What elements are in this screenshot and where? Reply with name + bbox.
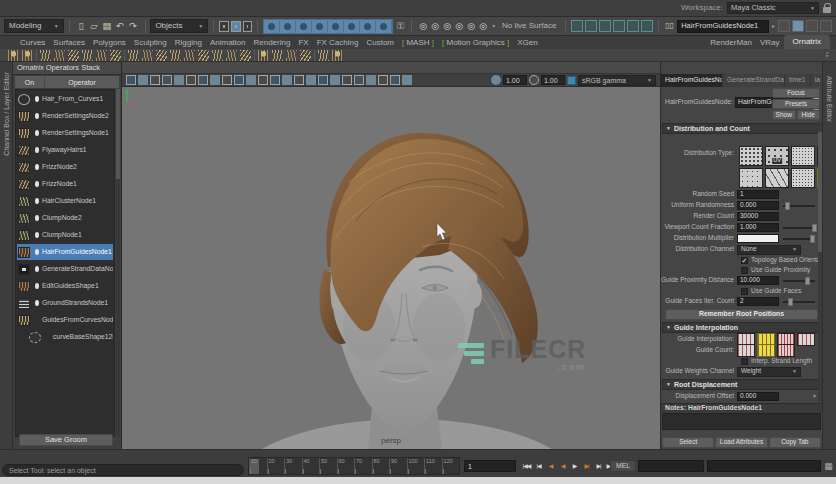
dist-type-per-vertex-thumb[interactable] xyxy=(739,146,763,166)
operator-enabled-toggle-icon[interactable] xyxy=(35,249,39,255)
menu-item[interactable] xyxy=(21,6,29,10)
menu-item[interactable] xyxy=(85,6,93,10)
distribution-channel-dropdown[interactable]: None▼ xyxy=(737,245,801,255)
column-on[interactable]: On xyxy=(15,76,45,88)
ornatrix-frizz-icon[interactable] xyxy=(128,50,139,61)
ornatrix-hair-from-guides-icon[interactable] xyxy=(272,50,283,61)
guide-count-2-thumb[interactable] xyxy=(737,344,755,357)
operator-row[interactable]: HairClusterNode1 xyxy=(17,193,113,209)
image-plane-icon[interactable] xyxy=(174,75,184,85)
operator-row[interactable]: EditGuidesShape1 xyxy=(17,278,113,294)
ornatrix-ground-strands-icon[interactable] xyxy=(226,50,237,61)
menu-item[interactable] xyxy=(5,6,13,10)
lock-camera-icon[interactable] xyxy=(138,75,148,85)
render-view-icon[interactable] xyxy=(571,20,583,32)
attribute-editor-menu-item[interactable] xyxy=(670,67,677,69)
uniform-randomness-slider[interactable] xyxy=(783,205,815,207)
distribution-multiplier-ramp[interactable] xyxy=(737,234,779,243)
play-backwards-button[interactable]: ◀ xyxy=(557,459,568,472)
show-button[interactable]: Show xyxy=(772,110,796,120)
operator-enabled-toggle-icon[interactable] xyxy=(35,96,39,102)
shelf-tab[interactable]: Rendering xyxy=(249,37,294,49)
operator-enabled-toggle-icon[interactable] xyxy=(35,164,39,170)
field-chart-icon[interactable] xyxy=(258,75,268,85)
toggle-display-icon[interactable] xyxy=(641,20,653,32)
attribute-editor-tab[interactable]: la xyxy=(811,74,822,87)
symmetry-icon-8[interactable] xyxy=(376,20,392,33)
operator-row[interactable]: GuidesFromCurvesNode xyxy=(17,312,113,328)
shelf-tab[interactable]: Curves xyxy=(16,37,49,49)
timeline-tick[interactable]: 120 xyxy=(442,458,460,474)
shelf-tab[interactable]: Rigging xyxy=(171,37,206,49)
guide-proximity-distance-slider[interactable] xyxy=(783,280,815,282)
quick-selection-field[interactable]: HairFromGuidesNode1 xyxy=(677,20,769,33)
shelf-tab[interactable]: Custom xyxy=(362,37,398,49)
snap-curve-icon[interactable]: ◎ xyxy=(429,22,441,31)
select-hierarchy-icon[interactable] xyxy=(219,21,229,32)
attribute-editor-menu-item[interactable] xyxy=(691,67,698,69)
guide-faces-iter-count-field[interactable]: 2 xyxy=(737,297,779,306)
bookmark-icon[interactable] xyxy=(162,75,172,85)
symmetry-icon-1[interactable] xyxy=(264,20,280,33)
operator-row[interactable]: RenderSettingsNode1 xyxy=(17,125,113,141)
open-scene-icon[interactable]: ▱ xyxy=(88,19,101,33)
viewport-menu-item[interactable] xyxy=(176,67,186,69)
gate-mask-icon[interactable] xyxy=(246,75,256,85)
use-guide-faces-checkbox[interactable] xyxy=(741,288,748,295)
menu-item[interactable] xyxy=(165,6,173,10)
attribute-editor-tab[interactable]: GenerateStrandDataNode1 xyxy=(723,74,785,87)
timeline-tick[interactable]: 110 xyxy=(424,458,442,474)
ornatrix-add-hair-icon[interactable] xyxy=(8,50,19,61)
ornatrix-guides-from-mesh-icon[interactable] xyxy=(258,50,269,61)
symmetry-icon-6[interactable] xyxy=(344,20,360,33)
ornatrix-stack-icon[interactable] xyxy=(318,50,329,61)
operator-row[interactable]: curveBaseShape12B07... xyxy=(17,329,113,345)
menu-item[interactable] xyxy=(61,6,69,10)
guide-proximity-distance-field[interactable]: 10.000 xyxy=(737,276,779,285)
screen-space-ao-icon[interactable] xyxy=(354,75,364,85)
ornatrix-gravity-icon[interactable] xyxy=(184,50,195,61)
timeline-tick[interactable]: 10 xyxy=(249,458,267,474)
timeline-tick[interactable]: 90 xyxy=(389,458,407,474)
pause-viewport-icon[interactable] xyxy=(627,20,639,32)
operator-row[interactable]: GenerateStrandDataNode1 xyxy=(17,261,113,277)
command-line-input[interactable] xyxy=(638,460,704,472)
select-camera-icon[interactable] xyxy=(126,75,136,85)
play-forward-button[interactable]: ▶ xyxy=(569,459,580,472)
operator-enabled-toggle-icon[interactable] xyxy=(35,198,39,204)
menu-item[interactable] xyxy=(181,6,189,10)
operator-row[interactable]: ClumpNode2 xyxy=(17,210,113,226)
two-d-pan-zoom-icon[interactable] xyxy=(186,75,196,85)
multisample-icon[interactable] xyxy=(378,75,388,85)
operator-enabled-toggle-icon[interactable] xyxy=(35,232,39,238)
motion-blur-icon[interactable] xyxy=(366,75,376,85)
timeline-tick[interactable]: 40 xyxy=(302,458,320,474)
ornatrix-edit-guides-icon[interactable] xyxy=(40,50,51,61)
copy-tab-button[interactable]: Copy Tab xyxy=(769,437,821,448)
attribute-editor-menu-item[interactable] xyxy=(684,67,691,69)
use-all-lights-icon[interactable] xyxy=(330,75,340,85)
ornatrix-plant-guides-icon[interactable] xyxy=(68,50,79,61)
viewport-menu-item[interactable] xyxy=(126,67,136,69)
menu-item[interactable] xyxy=(29,6,37,10)
operator-enabled-toggle-icon[interactable] xyxy=(35,215,39,221)
ornatrix-clump-icon[interactable] xyxy=(156,50,167,61)
timeline-tick[interactable]: 50 xyxy=(319,458,337,474)
attribute-editor-menu-item[interactable] xyxy=(677,67,684,69)
viewport-menu-item[interactable] xyxy=(166,67,176,69)
shelf-separator-3[interactable] xyxy=(254,50,255,61)
isolate-select-icon[interactable] xyxy=(402,75,412,85)
step-forward-frame-button[interactable]: ▶| xyxy=(593,459,604,472)
camera-attributes-icon[interactable] xyxy=(150,75,160,85)
redo-icon[interactable]: ↷ xyxy=(127,19,140,33)
new-scene-icon[interactable]: ▯ xyxy=(75,19,88,33)
timeline-tick[interactable]: 60 xyxy=(337,458,355,474)
attribute-editor-vertical-tab[interactable]: Attribute Editor xyxy=(826,76,833,122)
menu-item[interactable] xyxy=(117,6,125,10)
menu-item[interactable] xyxy=(37,6,45,10)
script-editor-icon[interactable]: ▦ xyxy=(823,460,834,472)
dist-type-uv-thumb[interactable]: UV xyxy=(765,146,789,166)
ornatrix-mesh-from-strands-icon[interactable] xyxy=(212,50,223,61)
operator-row[interactable]: GroundStrandsNode1 xyxy=(17,295,113,311)
attribute-editor-menu-item[interactable] xyxy=(663,67,670,69)
